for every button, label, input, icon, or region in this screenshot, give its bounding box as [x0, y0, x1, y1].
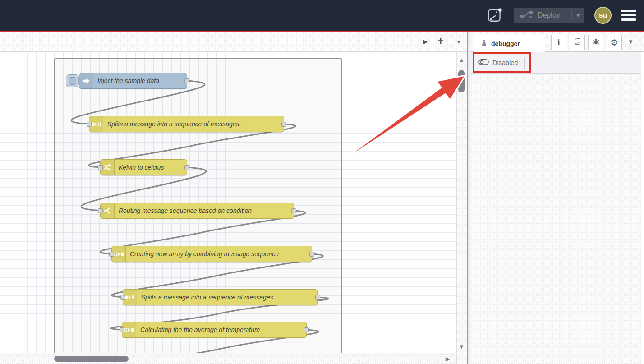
deploy-button[interactable]: Deploy ▼ — [514, 8, 584, 23]
sidebar-tab-help[interactable] — [570, 35, 585, 50]
flow-list-button[interactable]: ▾ — [452, 35, 465, 48]
flask-icon — [481, 39, 488, 48]
sidebar-tab-info[interactable]: i — [551, 35, 566, 50]
node-label: Splits a message into a sequence of mess… — [107, 120, 279, 128]
sidebar-splitter[interactable] — [467, 32, 470, 364]
toolbar-separator — [524, 57, 525, 69]
inject-trigger-button[interactable] — [66, 74, 79, 87]
output-port[interactable] — [184, 165, 189, 170]
horizontal-scroll-thumb[interactable] — [54, 356, 129, 362]
user-avatar[interactable]: su — [594, 7, 612, 24]
workspace-tabbar: ▶ + ▾ — [0, 32, 467, 52]
input-port[interactable] — [87, 122, 92, 127]
node-label: Kelvin to celcius — [119, 164, 182, 171]
book-icon — [574, 38, 581, 47]
output-port[interactable] — [315, 295, 320, 300]
node-label: Splits a message into a sequence of mess… — [141, 294, 313, 301]
output-port[interactable] — [281, 122, 286, 127]
debug-disabled-toggle-button[interactable]: Disabled — [478, 56, 518, 69]
sidebar: debugger i — [470, 32, 644, 364]
assistant-sparkle-icon — [487, 6, 504, 25]
scroll-down-icon[interactable]: ▼ — [459, 344, 465, 350]
inject-trigger-inner — [69, 77, 76, 85]
tab-scroll-right-button[interactable]: ▶ — [419, 35, 432, 48]
hamburger-bar — [621, 18, 636, 21]
main-menu-button[interactable] — [621, 8, 636, 23]
vertical-scroll-thumb[interactable] — [458, 70, 465, 92]
scroll-right-icon[interactable]: ▶ — [446, 356, 450, 362]
output-port[interactable] — [291, 208, 296, 213]
bug-icon — [592, 38, 600, 47]
disabled-label: Disabled — [492, 59, 518, 66]
deploy-chevron-icon[interactable]: ▼ — [572, 12, 584, 18]
sidebar-tabbar: debugger i — [470, 32, 644, 52]
node-red-app: Deploy ▼ su ▶ + ▾ Inject the sample data… — [0, 0, 644, 364]
input-port[interactable] — [98, 165, 103, 170]
scroll-up-icon[interactable]: ▲ — [459, 57, 465, 63]
sidebar-tab-config[interactable]: ⚙ — [607, 35, 622, 50]
tabbar-separator — [451, 32, 451, 51]
inject-arrow-icon — [79, 73, 93, 88]
flow-canvas[interactable]: Inject the sample dataSplits a message i… — [0, 52, 456, 353]
toggle-off-icon — [478, 59, 489, 67]
deploy-label: Deploy — [538, 11, 571, 19]
debug-messages-panel — [470, 74, 641, 364]
add-flow-button[interactable]: + — [434, 35, 447, 48]
output-port[interactable] — [304, 327, 309, 332]
output-port[interactable] — [309, 252, 314, 257]
horizontal-scrollbar[interactable]: ▶ — [0, 353, 456, 364]
output-port[interactable] — [184, 78, 189, 83]
header-actions: Deploy ▼ su — [486, 0, 636, 31]
node-label: Calculating the the average of temperatu… — [140, 326, 302, 333]
flow-node-join[interactable]: Creating new array by combining message … — [111, 246, 312, 262]
flow-node-split[interactable]: Splits a message into a sequence of mess… — [123, 289, 318, 305]
node-label: Creating new array by combining message … — [130, 250, 307, 258]
flow-node-inject[interactable]: Inject the sample data — [79, 73, 187, 89]
gear-icon: ⚙ — [610, 38, 618, 47]
assistant-button[interactable] — [486, 6, 504, 24]
sidebar-tab-debugger[interactable]: debugger — [474, 35, 545, 52]
input-port[interactable] — [120, 295, 125, 300]
node-label: Inject the sample data — [97, 77, 182, 84]
sidebar-menu-chevron-icon[interactable]: ▼ — [628, 38, 634, 45]
flow-node-join[interactable]: Calculating the the average of temperatu… — [122, 322, 307, 338]
sidebar-tab-label: debugger — [491, 40, 520, 47]
sidebar-tab-debug[interactable] — [588, 35, 603, 50]
hamburger-bar — [621, 14, 636, 17]
sidebar-scroll-track[interactable] — [641, 52, 644, 364]
vertical-scrollbar[interactable]: ▲ ▼ — [456, 52, 467, 364]
info-icon: i — [557, 37, 560, 47]
input-port[interactable] — [109, 252, 114, 257]
flow-node-change[interactable]: Kelvin to celcius — [100, 159, 187, 175]
node-label: Routing message sequence based on condit… — [119, 207, 289, 214]
app-header: Deploy ▼ su — [0, 0, 644, 31]
debug-sidebar-toolbar: Disabled — [470, 52, 641, 74]
input-port[interactable] — [120, 327, 124, 332]
hamburger-bar — [621, 10, 636, 12]
flow-node-switch[interactable]: Routing message sequence based on condit… — [100, 203, 294, 219]
input-port[interactable] — [98, 208, 103, 213]
deploy-wire-icon — [520, 10, 533, 20]
flow-node-split[interactable]: Splits a message into a sequence of mess… — [89, 116, 284, 132]
